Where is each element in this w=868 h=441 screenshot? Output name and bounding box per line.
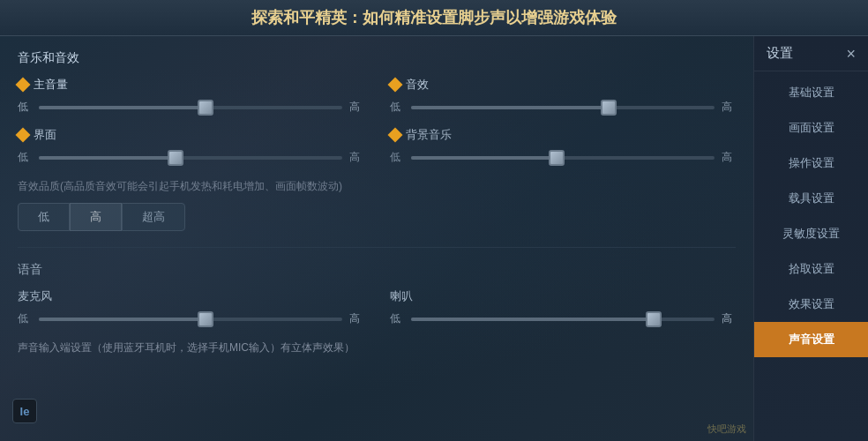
slider-low-speaker: 低 [390,311,404,326]
slider-label-sfx: 音效 [390,77,736,93]
section-divider [18,247,736,248]
slider-row-bgm: 低 高 [390,150,736,165]
slider-fill-interface [39,156,176,160]
sidebar-item-basic[interactable]: 基础设置 [754,75,868,110]
slider-group-mic: 麦克风 低 高 [18,288,363,326]
slider-thumb-mic[interactable] [198,311,213,327]
slider-row-sfx: 低 高 [390,100,736,115]
slider-fill-mic [39,318,206,321]
quality-btn-low[interactable]: 低 [18,203,70,231]
slider-track-master[interactable] [39,106,342,109]
slider-label-text-interface: 界面 [34,127,56,143]
slider-group-master: 主音量 低 高 [18,77,363,115]
slider-label-mic: 麦克风 [18,288,363,304]
sidebar-item-effects[interactable]: 效果设置 [754,287,868,322]
audio-sliders-grid: 主音量 低 高 音效 低 [18,77,736,165]
slider-label-speaker: 喇叭 [390,288,736,304]
diamond-icon-interface [16,128,31,143]
watermark: 快吧游戏 [707,422,746,436]
sidebar: 设置 × 基础设置 画面设置 操作设置 载具设置 灵敏度设置 拾取设置 效 [753,36,868,441]
voice-section: 语音 麦克风 低 高 [18,262,736,355]
sidebar-header: 设置 × [754,36,868,71]
slider-high-master: 高 [349,100,363,115]
diamond-icon-bgm [388,128,403,143]
slider-label-text-speaker: 喇叭 [390,288,413,304]
slider-low-bgm: 低 [390,150,404,165]
quality-buttons: 低 高 超高 [18,203,736,231]
slider-group-sfx: 音效 低 高 [390,77,736,115]
sidebar-item-controls[interactable]: 操作设置 [754,146,868,181]
page-title: 探索和平精英：如何精准设置脚步声以增强游戏体验 [251,9,617,26]
quality-btn-ultra[interactable]: 超高 [122,203,185,231]
slider-thumb-speaker[interactable] [646,311,662,327]
slider-row-mic: 低 高 [18,311,363,326]
sidebar-item-pickup[interactable]: 拾取设置 [754,251,868,287]
slider-track-speaker[interactable] [411,318,715,321]
slider-label-text-sfx: 音效 [406,77,429,93]
quality-desc: 音效品质(高品质音效可能会引起手机发热和耗电增加、画面帧数波动) [18,179,736,194]
slider-label-bgm: 背景音乐 [390,127,736,143]
slider-track-sfx[interactable] [411,106,715,109]
section2-title: 语音 [18,262,736,278]
close-button[interactable]: × [846,46,856,62]
slider-fill-bgm [411,156,557,160]
voice-sliders-grid: 麦克风 低 高 喇叭 [18,288,736,326]
slider-group-interface: 界面 低 高 [18,127,363,165]
slider-track-interface[interactable] [39,156,342,160]
slider-high-bgm: 高 [722,150,736,165]
diamond-icon-sfx [388,78,403,93]
sidebar-item-graphics[interactable]: 画面设置 [754,110,868,146]
content-area: 音乐和音效 主音量 低 高 [0,36,753,441]
slider-label-interface: 界面 [18,127,363,143]
quality-btn-high[interactable]: 高 [70,203,122,231]
slider-row-master: 低 高 [18,100,363,115]
slider-low-sfx: 低 [390,100,404,115]
voice-desc: 声音输入端设置（使用蓝牙耳机时，选择手机MIC输入）有立体声效果） [18,340,736,355]
slider-high-mic: 高 [349,311,363,326]
main-layout: 音乐和音效 主音量 低 高 [0,36,868,441]
slider-high-speaker: 高 [722,311,736,326]
slider-track-mic[interactable] [39,318,342,321]
ie-badge: Ie [12,399,37,423]
slider-thumb-sfx[interactable] [601,100,617,116]
slider-low-master: 低 [18,100,32,115]
slider-label-text-bgm: 背景音乐 [406,127,452,143]
slider-low-mic: 低 [18,311,32,326]
slider-label-text-master: 主音量 [34,77,68,93]
slider-thumb-interface[interactable] [168,150,183,166]
slider-fill-sfx [411,106,609,109]
sidebar-item-sensitivity[interactable]: 灵敏度设置 [754,216,868,251]
title-bar: 探索和平精英：如何精准设置脚步声以增强游戏体验 [0,0,868,36]
slider-group-speaker: 喇叭 低 高 [390,288,736,326]
slider-row-interface: 低 高 [18,150,363,165]
slider-thumb-master[interactable] [198,100,213,116]
slider-high-interface: 高 [349,150,363,165]
sidebar-title: 设置 [767,45,793,62]
slider-row-speaker: 低 高 [390,311,736,326]
slider-low-interface: 低 [18,150,32,165]
sidebar-item-sound[interactable]: 声音设置 [754,322,868,357]
slider-thumb-bgm[interactable] [549,150,565,166]
slider-fill-master [39,106,206,109]
diamond-icon-master [16,78,31,93]
slider-group-bgm: 背景音乐 低 高 [390,127,736,165]
section1-title: 音乐和音效 [18,50,736,66]
slider-label-master: 主音量 [18,77,363,93]
slider-label-text-mic: 麦克风 [18,288,52,304]
slider-fill-speaker [411,318,654,321]
sidebar-item-vehicle[interactable]: 载具设置 [754,181,868,216]
quality-section: 音效品质(高品质音效可能会引起手机发热和耗电增加、画面帧数波动) 低 高 超高 [18,179,736,231]
sidebar-items: 基础设置 画面设置 操作设置 载具设置 灵敏度设置 拾取设置 效果设置 声音设置 [754,71,868,441]
slider-track-bgm[interactable] [411,156,715,160]
slider-high-sfx: 高 [722,100,736,115]
